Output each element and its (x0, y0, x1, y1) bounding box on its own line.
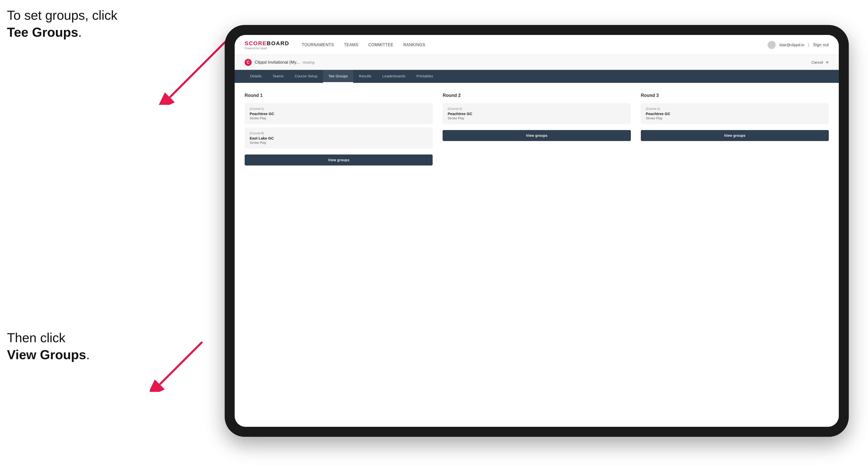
instruction-top: To set groups, click Tee Groups. (7, 7, 117, 41)
logo-board: BOARD (267, 40, 289, 46)
round-1-course-a-format: Stroke Play (250, 116, 428, 120)
round-2-course-a-name: Peachtree GC (447, 112, 626, 116)
round-3-course-a-name: Peachtree GC (646, 112, 824, 116)
nav-links: TOURNAMENTS TEAMS COMMITTEE RANKINGS (302, 43, 768, 47)
instruction-bottom: Then click View Groups. (7, 330, 90, 363)
instruction-bottom-bold: View Groups (7, 347, 86, 362)
round-1-course-a-label: (Course A) (250, 107, 428, 111)
nav-committee[interactable]: COMMITTEE (368, 43, 394, 47)
svg-line-3 (160, 342, 202, 384)
round-2-course-a-label: (Course A) (447, 107, 626, 111)
instruction-bottom-line1: Then click (7, 331, 65, 345)
round-1-view-groups-button[interactable]: View groups (245, 155, 433, 165)
nav-teams[interactable]: TEAMS (344, 43, 359, 47)
tournament-name: Clippd Invitational (My... (255, 60, 300, 65)
arrow-view-groups (150, 337, 205, 392)
user-avatar (768, 41, 776, 49)
round-3-column: Round 3 (Course A) Peachtree GC Stroke P… (641, 93, 829, 165)
round-1-course-b-format: Stroke Play (250, 141, 428, 145)
cancel-label: Cancel (811, 60, 823, 64)
round-2-course-a-card: (Course A) Peachtree GC Stroke Play (443, 103, 630, 124)
hosting-label: Hosting (303, 60, 314, 64)
top-nav: SCOREBOARD Powered by clippit TOURNAMENT… (235, 35, 839, 55)
sign-out-link[interactable]: Sign out (813, 43, 829, 47)
tablet-frame: SCOREBOARD Powered by clippit TOURNAMENT… (225, 25, 849, 437)
instruction-top-bold: Tee Groups (7, 25, 78, 39)
logo-area: SCOREBOARD Powered by clippit (245, 40, 289, 50)
tournament-title: C Clippd Invitational (My... Hosting (245, 59, 314, 66)
tab-teams[interactable]: Teams (267, 70, 289, 83)
logo-sub: Powered by clippit (245, 47, 289, 50)
round-1-course-a-card: (Course A) Peachtree GC Stroke Play (245, 103, 433, 124)
tab-details[interactable]: Details (245, 70, 267, 83)
round-3-course-a-format: Stroke Play (646, 116, 824, 120)
main-content: Round 1 (Course A) Peachtree GC Stroke P… (235, 83, 839, 427)
round-1-title: Round 1 (245, 93, 433, 98)
tablet-screen: SCOREBOARD Powered by clippit TOURNAMENT… (235, 35, 839, 427)
nav-user: blair@clippd.io | Sign out (768, 41, 829, 49)
round-1-course-b-card: (Course B) East Lake GC Stroke Play (245, 128, 433, 149)
round-1-course-a-name: Peachtree GC (250, 112, 428, 116)
round-2-title: Round 2 (443, 93, 630, 98)
round-3-course-a-label: (Course A) (646, 107, 824, 111)
round-2-course-a-format: Stroke Play (447, 116, 626, 120)
round-3-view-groups-button[interactable]: View groups (641, 130, 829, 141)
cancel-button[interactable]: Cancel ✕ (811, 60, 829, 65)
cancel-x: ✕ (826, 60, 829, 64)
rounds-grid: Round 1 (Course A) Peachtree GC Stroke P… (245, 93, 829, 165)
sub-header: C Clippd Invitational (My... Hosting Can… (235, 55, 839, 70)
logo-text: SCOREBOARD (245, 40, 289, 47)
tab-nav: Details Teams Course Setup Tee Groups Re… (235, 70, 839, 83)
tab-printables[interactable]: Printables (411, 70, 439, 83)
round-2-view-groups-button[interactable]: View groups (443, 130, 630, 141)
round-1-course-b-name: East Lake GC (250, 136, 428, 140)
tab-results[interactable]: Results (353, 70, 377, 83)
round-2-column: Round 2 (Course A) Peachtree GC Stroke P… (443, 93, 630, 165)
instruction-top-line1: To set groups, click (7, 8, 117, 23)
svg-line-1 (170, 40, 227, 97)
instruction-bottom-period: . (86, 347, 90, 362)
round-3-course-a-card: (Course A) Peachtree GC Stroke Play (641, 103, 829, 124)
tab-course-setup[interactable]: Course Setup (289, 70, 323, 83)
tournament-c-icon: C (245, 59, 252, 66)
user-email: blair@clippd.io (780, 43, 804, 47)
round-1-column: Round 1 (Course A) Peachtree GC Stroke P… (245, 93, 433, 165)
logo-score: SCORE (245, 40, 267, 46)
nav-tournaments[interactable]: TOURNAMENTS (302, 43, 334, 47)
round-3-title: Round 3 (641, 93, 829, 98)
instruction-top-period: . (78, 25, 82, 39)
tab-leaderboards[interactable]: Leaderboards (377, 70, 411, 83)
arrow-tee-groups (150, 35, 230, 105)
nav-rankings[interactable]: RANKINGS (403, 43, 425, 47)
tab-tee-groups[interactable]: Tee Groups (323, 70, 353, 83)
round-1-course-b-label: (Course B) (250, 131, 428, 135)
